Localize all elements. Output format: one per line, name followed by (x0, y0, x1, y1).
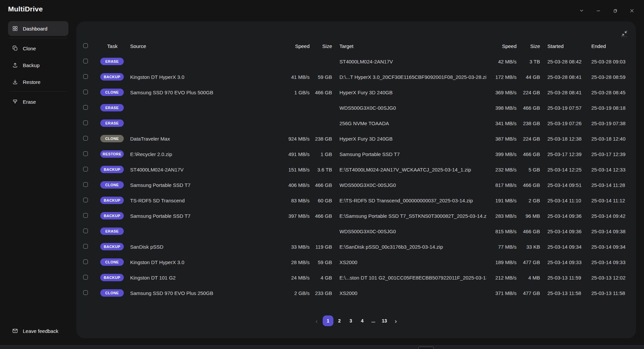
task-cell: BACKUP (95, 197, 130, 204)
header-target-size: Size (517, 43, 540, 49)
row-checkbox[interactable] (83, 275, 88, 280)
sidebar-divider (9, 38, 67, 38)
task-cell: CLONE (95, 258, 130, 266)
target-size-cell: 3 TB (517, 59, 540, 64)
started-cell: 25-03-28 08:41 (540, 90, 584, 95)
table-row: ERASE256G NVMe TOAADA341 MB/s238 GB25-03… (83, 115, 629, 131)
source-size-cell: 59 GB (310, 74, 332, 80)
table-row: BACKUPKingston DT HyperX 3.041 MB/s59 GB… (83, 69, 629, 85)
sidebar-item-backup[interactable]: Backup (8, 58, 68, 72)
row-checkbox[interactable] (83, 229, 88, 233)
task-badge: BACKUP (100, 197, 124, 204)
table-row: BACKUPTS-RDF5 SD Transcend83 MB/s60 GBE:… (83, 193, 629, 208)
eraser-icon (12, 99, 18, 105)
ended-cell: 25-03-19 07:38 (584, 120, 629, 126)
task-cell: CLONE (95, 289, 130, 297)
ended-cell: 25-03-14 09:33 (584, 259, 629, 265)
started-cell: 25-03-28 08:42 (540, 59, 584, 64)
task-badge: CLONE (100, 135, 124, 142)
grid-icon (12, 26, 18, 32)
checkbox-cell (83, 244, 95, 250)
row-checkbox[interactable] (83, 59, 88, 63)
target-cell: WDS500G3X0C-00SJG0 (332, 182, 486, 188)
row-checkbox[interactable] (83, 136, 88, 141)
row-checkbox[interactable] (83, 182, 88, 187)
source-speed-cell: 491 MB/s (276, 151, 310, 157)
target-speed-cell: 77 MB/s (486, 244, 517, 250)
checkbox-cell (83, 229, 95, 234)
pagination-page-13[interactable]: 13 (379, 315, 390, 326)
pagination: ‹1234...13› (311, 315, 401, 326)
source-size-cell: 466 GB (310, 213, 332, 219)
target-speed-cell: 399 MB/s (486, 151, 517, 157)
leave-feedback-button[interactable]: Leave feedback (8, 326, 62, 336)
pagination-prev[interactable]: ‹ (311, 315, 322, 326)
window-menu-button[interactable] (577, 6, 586, 15)
sidebar-item-dashboard[interactable]: Dashboard (8, 21, 68, 36)
pagination-page-1[interactable]: 1 (323, 315, 333, 326)
sidebar-item-erase[interactable]: Erase (8, 94, 68, 109)
row-checkbox[interactable] (83, 151, 88, 156)
target-speed-cell: 341 MB/s (486, 120, 517, 126)
table-row: CLONESamsung SSD 970 EVO Plus 250GB2 GB/… (83, 285, 629, 301)
target-speed-cell: 815 MB/s (486, 229, 517, 234)
row-checkbox[interactable] (83, 105, 88, 110)
task-badge: ERASE (100, 58, 124, 65)
taskbar-item[interactable] (418, 347, 434, 349)
pagination-page-2[interactable]: 2 (334, 315, 345, 326)
checkbox-cell (83, 90, 95, 95)
row-checkbox[interactable] (83, 120, 88, 125)
collapse-diagonal-icon[interactable] (620, 29, 629, 38)
table-row: CLONESamsung SSD 970 EVO Plus 500GB1 GB/… (83, 85, 629, 100)
task-badge: CLONE (100, 181, 124, 189)
task-cell: CLONE (95, 89, 130, 96)
table-row: BACKUPSanDisk pSSD33 MB/s119 GBE:\SanDis… (83, 239, 629, 254)
task-badge: BACKUP (100, 243, 124, 250)
row-checkbox[interactable] (83, 167, 88, 171)
ended-cell: 25-03-13 12:02 (584, 275, 629, 281)
target-cell: Samsung Portable SSD T7 (332, 151, 486, 157)
target-cell: HyperX Fury 3D 240GB (332, 136, 486, 142)
sidebar-item-label: Restore (23, 79, 41, 85)
row-checkbox[interactable] (83, 290, 88, 295)
checkbox-cell (83, 290, 95, 296)
target-cell: E:\TS-RDF5 SD Transcend_000000000037_202… (332, 198, 486, 203)
target-speed-cell: 283 MB/s (486, 213, 517, 219)
target-speed-cell: 371 MB/s (486, 290, 517, 296)
close-button[interactable] (627, 6, 637, 15)
target-size-cell: 477 GB (517, 259, 540, 265)
header-source-size: Size (310, 43, 332, 49)
select-all-checkbox[interactable] (83, 43, 88, 48)
target-speed-cell: 212 MB/s (486, 275, 517, 281)
pagination-next[interactable]: › (390, 315, 401, 326)
ended-cell: 25-03-17 12:39 (584, 151, 629, 157)
row-checkbox[interactable] (83, 90, 88, 94)
row-checkbox[interactable] (83, 198, 88, 202)
maximize-button[interactable] (610, 6, 620, 15)
row-checkbox[interactable] (83, 74, 88, 79)
source-speed-cell: 41 MB/s (276, 74, 310, 80)
minimize-button[interactable] (594, 6, 603, 15)
header-source-speed: Speed (276, 43, 310, 49)
source-speed-cell: 28 MB/s (276, 259, 310, 265)
table-row: RESTOREE:\Recycler 2.0.zip491 MB/s1 GBSa… (83, 146, 629, 162)
table-row: ERASEWDS500G3X0C-00SJG0398 MB/s466 GB25-… (83, 100, 629, 115)
row-checkbox[interactable] (83, 244, 88, 249)
pagination-page-4[interactable]: 4 (357, 315, 368, 326)
download-icon (12, 79, 18, 85)
taskbar (0, 345, 644, 349)
row-checkbox[interactable] (83, 259, 88, 264)
source-speed-cell: 151 MB/s (276, 167, 310, 172)
app-window: MultiDrive DashboardCloneBackupRestoreEr… (0, 0, 644, 349)
source-speed-cell: 406 MB/s (276, 182, 310, 188)
sidebar-item-restore[interactable]: Restore (8, 74, 68, 89)
task-badge: CLONE (100, 289, 124, 297)
table-row: ERASEWDS500G3X0C-00SJG0815 MB/s466 GB25-… (83, 223, 629, 239)
row-checkbox[interactable] (83, 213, 88, 218)
pagination-page-3[interactable]: 3 (345, 315, 356, 326)
target-size-cell: 466 GB (517, 229, 540, 234)
started-cell: 25-03-19 07:57 (540, 105, 584, 111)
sidebar-item-clone[interactable]: Clone (8, 41, 68, 56)
task-cell: BACKUP (95, 274, 130, 281)
header-source: Source (130, 43, 276, 49)
